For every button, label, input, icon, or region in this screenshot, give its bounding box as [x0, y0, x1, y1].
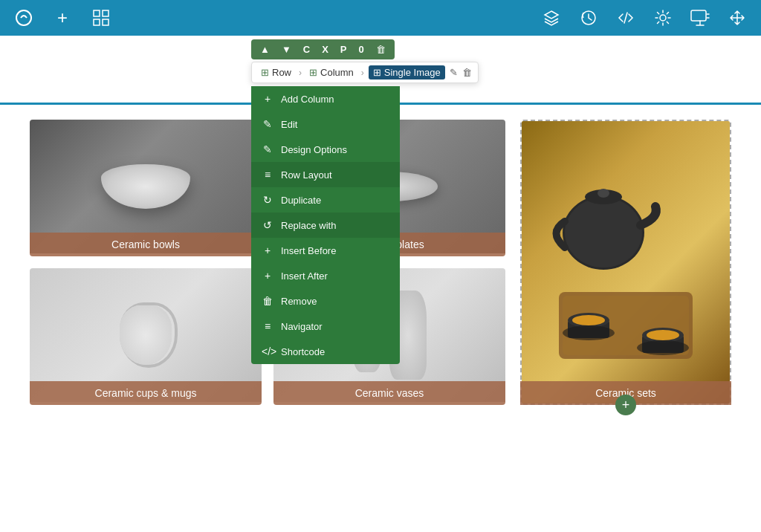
move-icon[interactable] [725, 6, 749, 30]
breadcrumb-trash-icon[interactable]: 🗑 [462, 67, 472, 78]
context-toolbar: ▲ ▼ C X P 0 🗑 [251, 39, 395, 59]
menu-label-row-layout: Row Layout [281, 169, 332, 181]
edit-icon: ✎ [262, 118, 273, 130]
menu-item-edit[interactable]: ✎ Edit [251, 111, 400, 137]
insert-before-icon: + [262, 244, 273, 256]
breadcrumb-sep-2: › [361, 68, 364, 78]
insert-after-icon: + [262, 270, 273, 282]
dropdown-menu: + Add Column ✎ Edit ✎ Design Options ≡ R… [251, 86, 400, 364]
menu-item-duplicate[interactable]: ↻ Duplicate [251, 187, 400, 213]
settings-icon[interactable] [651, 6, 675, 30]
logo-icon[interactable] [12, 6, 36, 30]
layers-icon[interactable] [540, 6, 563, 30]
ctx-down-button[interactable]: ▼ [279, 42, 294, 56]
product-card-bowls[interactable]: Ceramic bowls [30, 120, 262, 256]
menu-item-navigator[interactable]: ≡ Navigator [251, 314, 400, 339]
menu-label-remove: Remove [281, 296, 317, 307]
add-column-icon: + [262, 93, 273, 105]
add-bottom-button[interactable]: + [615, 395, 636, 415]
svg-rect-3 [94, 19, 100, 25]
menu-item-shortcode[interactable]: </> Shortcode [251, 339, 400, 364]
right-column-wrapper: Ceramic sets + [520, 120, 731, 405]
column-grid-icon: ⊞ [309, 67, 317, 78]
breadcrumb-edit-icon[interactable]: ✎ [450, 67, 458, 78]
menu-label-shortcode: Shortcode [281, 346, 325, 357]
svg-point-11 [565, 198, 642, 267]
svg-rect-4 [103, 19, 109, 25]
svg-rect-1 [94, 10, 100, 16]
svg-point-22 [563, 325, 615, 340]
grid-icon[interactable] [89, 6, 113, 30]
menu-item-add-column[interactable]: + Add Column [251, 86, 400, 111]
ctx-trash-button[interactable]: 🗑 [373, 42, 389, 56]
menu-label-edit: Edit [281, 119, 297, 130]
product-label-bowls: Ceramic bowls [30, 233, 262, 256]
menu-label-design-options: Design Options [281, 144, 347, 155]
navigator-icon: ≡ [262, 320, 273, 332]
product-label-mugs: Ceramic cups & mugs [30, 381, 262, 405]
product-card-mugs[interactable]: Ceramic cups & mugs [30, 268, 262, 405]
breadcrumb-row-label: Row [272, 67, 291, 78]
svg-point-17 [572, 315, 605, 325]
menu-label-duplicate: Duplicate [281, 195, 321, 206]
menu-item-design-options[interactable]: ✎ Design Options [251, 137, 400, 162]
row-grid-icon: ⊞ [261, 67, 269, 78]
design-icon: ✎ [262, 143, 273, 155]
menu-item-row-layout[interactable]: ≡ Row Layout [251, 162, 400, 187]
replace-icon: ↺ [262, 219, 273, 231]
ctx-c-button[interactable]: C [300, 42, 313, 56]
menu-label-replace-with: Replace with [281, 220, 336, 231]
svg-point-0 [16, 10, 31, 25]
breadcrumb-single-image[interactable]: ⊞ Single Image [369, 65, 445, 80]
menu-label-insert-before: Insert Before [281, 245, 336, 256]
shortcode-icon: </> [262, 346, 273, 357]
ctx-p-button[interactable]: P [337, 42, 350, 56]
breadcrumb-single-image-label: Single Image [384, 67, 441, 78]
toolbar-right [540, 6, 749, 30]
row-layout-icon: ≡ [262, 169, 273, 181]
add-icon[interactable]: + [51, 6, 74, 30]
breadcrumb-sep-1: › [299, 68, 302, 78]
svg-rect-2 [103, 10, 109, 16]
svg-point-23 [637, 340, 689, 355]
svg-rect-7 [691, 10, 706, 21]
svg-point-21 [647, 330, 679, 340]
ctx-up-button[interactable]: ▲ [257, 42, 273, 56]
menu-item-remove[interactable]: 🗑 Remove [251, 288, 400, 314]
breadcrumb-column[interactable]: ⊞ Column [306, 65, 357, 80]
breadcrumb-nav: ⊞ Row › ⊞ Column › ⊞ Single Image ✎ 🗑 [251, 62, 479, 83]
tea-set-svg [544, 143, 707, 381]
code-icon[interactable] [614, 6, 638, 30]
ctx-0-button[interactable]: 0 [355, 42, 366, 56]
duplicate-icon: ↻ [262, 194, 273, 206]
breadcrumb-column-label: Column [320, 67, 354, 78]
page-content: TICK & PICK Ceramic bowls Ceramic plates… [0, 36, 761, 532]
right-column[interactable]: Ceramic sets [520, 120, 731, 405]
remove-icon: 🗑 [262, 295, 273, 307]
menu-item-insert-after[interactable]: + Insert After [251, 263, 400, 288]
display-icon[interactable] [688, 6, 712, 30]
history-icon[interactable] [577, 6, 600, 30]
breadcrumb-row[interactable]: ⊞ Row [258, 65, 294, 80]
product-image-sets [522, 121, 730, 403]
product-label-vases: Ceramic vases [273, 381, 505, 405]
svg-point-13 [598, 189, 609, 198]
menu-item-insert-before[interactable]: + Insert Before [251, 238, 400, 263]
menu-label-add-column: Add Column [281, 94, 334, 105]
ctx-x-button[interactable]: X [319, 42, 331, 56]
top-toolbar: + [0, 0, 761, 36]
svg-point-6 [660, 15, 666, 21]
menu-item-replace-with[interactable]: ↺ Replace with [251, 213, 400, 238]
menu-label-insert-after: Insert After [281, 270, 328, 282]
image-icon: ⊞ [373, 67, 381, 78]
menu-label-navigator: Navigator [281, 321, 323, 332]
